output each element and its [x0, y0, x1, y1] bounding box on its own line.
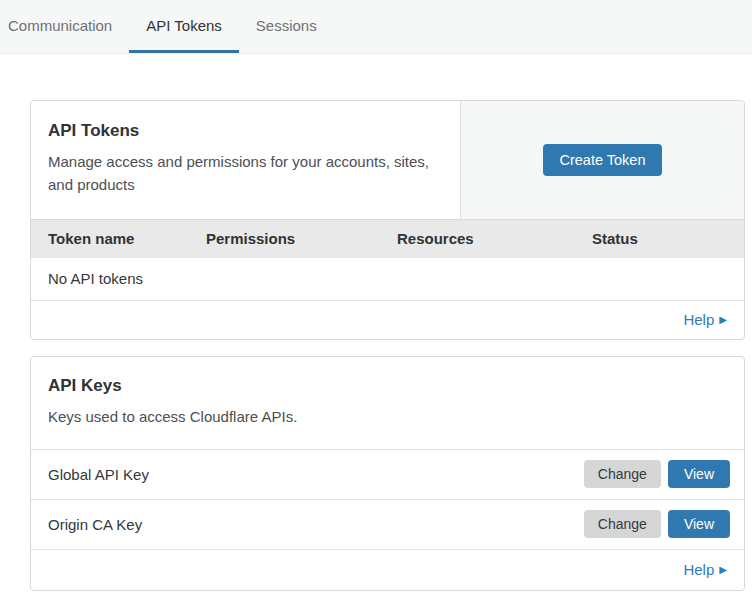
origin-ca-key-actions: Change View [584, 510, 730, 538]
keys-help-link[interactable]: Help ▶ [683, 561, 727, 578]
keys-help-label: Help [683, 561, 714, 578]
api-keys-title: API Keys [48, 376, 727, 396]
global-api-key-view-button[interactable]: View [668, 460, 730, 488]
tokens-empty-row: No API tokens [31, 258, 744, 301]
keys-help-row: Help ▶ [31, 549, 744, 590]
api-tokens-description: Manage access and permissions for your a… [48, 150, 436, 197]
tokens-help-row: Help ▶ [31, 301, 744, 339]
api-keys-description: Keys used to access Cloudflare APIs. [48, 405, 448, 428]
tokens-help-label: Help [683, 311, 714, 328]
tab-api-tokens[interactable]: API Tokens [129, 0, 239, 53]
help-arrow-icon: ▶ [719, 565, 727, 575]
tokens-help-link[interactable]: Help ▶ [683, 311, 727, 328]
tokens-table-header: Token name Permissions Resources Status [31, 219, 744, 258]
global-api-key-actions: Change View [584, 460, 730, 488]
column-header-permissions: Permissions [189, 230, 380, 247]
api-tokens-card: API Tokens Manage access and permissions… [30, 100, 745, 340]
tab-communication[interactable]: Communication [8, 0, 129, 53]
origin-ca-key-row: Origin CA Key Change View [31, 499, 744, 549]
column-header-status: Status [575, 230, 744, 247]
api-tokens-card-header-actions: Create Token [461, 101, 744, 219]
api-tokens-card-header: API Tokens Manage access and permissions… [31, 101, 744, 219]
global-api-key-change-button[interactable]: Change [584, 460, 661, 488]
global-api-key-label: Global API Key [48, 466, 584, 483]
origin-ca-key-change-button[interactable]: Change [584, 510, 661, 538]
tab-sessions[interactable]: Sessions [239, 0, 334, 53]
origin-ca-key-view-button[interactable]: View [668, 510, 730, 538]
tokens-empty-message: No API tokens [48, 270, 143, 287]
api-tokens-title: API Tokens [48, 121, 436, 141]
api-tokens-card-header-text: API Tokens Manage access and permissions… [31, 101, 461, 219]
origin-ca-key-label: Origin CA Key [48, 516, 584, 533]
api-keys-card: API Keys Keys used to access Cloudflare … [30, 356, 745, 591]
column-header-resources: Resources [380, 230, 575, 247]
help-arrow-icon: ▶ [719, 315, 727, 325]
create-token-button[interactable]: Create Token [543, 144, 663, 176]
column-header-token-name: Token name [31, 230, 189, 247]
global-api-key-row: Global API Key Change View [31, 449, 744, 499]
api-keys-card-header: API Keys Keys used to access Cloudflare … [31, 357, 744, 449]
tab-bar: Communication API Tokens Sessions [0, 0, 752, 54]
